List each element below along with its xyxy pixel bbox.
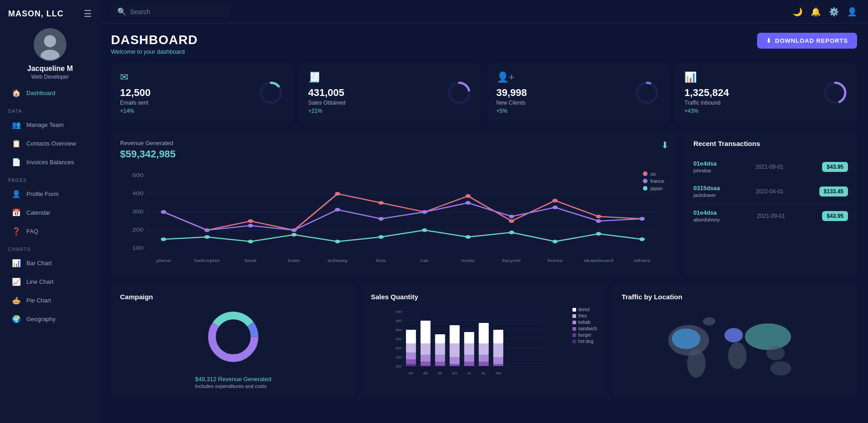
line-chart-icon: 📈: [12, 277, 21, 286]
svg-point-62: [378, 235, 384, 239]
sidebar-item-manage-team[interactable]: 👥 Manage Team: [4, 116, 96, 133]
sidebar-item-label: Manage Team: [26, 121, 64, 128]
svg-point-127: [728, 342, 747, 369]
svg-point-47: [248, 224, 253, 227]
svg-point-65: [509, 231, 514, 234]
tx-id: 0315dsaa: [693, 185, 720, 191]
svg-text:250: 250: [395, 337, 401, 341]
globe-icon: 🌍: [12, 315, 21, 323]
sales-value: 431,005: [308, 87, 346, 99]
svg-point-46: [204, 228, 210, 232]
svg-rect-100: [449, 343, 459, 357]
stat-card-traffic: 📊 1,325,824 Traffic Inbound +43%: [675, 63, 857, 122]
tx-id: 01e4dsa: [693, 160, 717, 167]
pie-chart-icon: 🥧: [12, 296, 21, 305]
svg-point-42: [552, 199, 558, 202]
sales-change: +21%: [308, 108, 346, 114]
people-icon: 👥: [12, 121, 21, 129]
svg-text:AD: AD: [408, 371, 413, 375]
menu-icon[interactable]: ☰: [84, 8, 92, 19]
svg-rect-108: [478, 343, 488, 355]
user-icon[interactable]: 👤: [847, 7, 857, 17]
middle-row: Revenue Generated $59,342,985 ⬇ 500: [111, 131, 857, 276]
svg-rect-89: [406, 359, 416, 364]
svg-text:boat: boat: [245, 258, 257, 263]
sidebar-item-label: Invoices Balances: [26, 159, 74, 166]
transactions-title: Recent Transactions: [693, 140, 848, 147]
svg-point-129: [767, 346, 785, 361]
tx-name: aberdohnny: [693, 217, 720, 222]
sidebar-item-faq[interactable]: ❓ FAQ: [4, 223, 96, 240]
legend-france-label: france: [650, 178, 664, 184]
revenue-card: Revenue Generated $59,342,985 ⬇ 500: [111, 131, 678, 276]
transactions-list: 01e4dsa johndoe 2021-09-01 $43.95 0315ds…: [693, 155, 848, 228]
search-icon: 🔍: [117, 7, 126, 16]
tx-date: 2021-09-01: [757, 213, 785, 219]
tx-amount: $43.95: [822, 162, 848, 172]
legend-us: us: [643, 171, 664, 176]
transaction-item: 0315dsaa jackdower 2022-04-01 $133.45: [693, 179, 848, 204]
svg-point-35: [248, 219, 253, 223]
svg-point-1: [44, 35, 56, 47]
sales-ring: [447, 80, 472, 106]
svg-point-63: [422, 228, 427, 232]
person-icon: 👤: [12, 190, 21, 198]
clients-ring: [634, 80, 660, 106]
revenue-legend: us france japan: [643, 171, 664, 191]
svg-point-7: [637, 83, 657, 103]
legend-hotdog: hot dog: [572, 339, 597, 344]
sales-title: Sales Quantity: [371, 293, 597, 301]
theme-toggle-icon[interactable]: 🌙: [793, 7, 803, 17]
svg-point-52: [466, 201, 471, 205]
svg-text:bicycle: bicycle: [502, 258, 521, 263]
stat-card-sales: 🧾 431,005 Sales Obtained +21%: [299, 63, 481, 122]
sidebar-item-line-chart[interactable]: 📈 Line Chart: [4, 273, 96, 290]
sidebar-item-label: Dashboard: [26, 90, 55, 96]
notifications-icon[interactable]: 🔔: [811, 7, 821, 17]
traffic-ring: [823, 80, 848, 106]
sidebar-item-geography[interactable]: 🌍 Geography: [4, 311, 96, 327]
svg-rect-114: [493, 364, 503, 366]
sidebar-item-bar-chart[interactable]: 📊 Bar Chart: [4, 255, 96, 272]
svg-rect-113: [493, 357, 503, 364]
sidebar-item-label: FAQ: [26, 228, 38, 235]
svg-point-60: [291, 233, 297, 237]
sidebar-section-pages: PAGES: [0, 171, 100, 185]
svg-text:AM: AM: [495, 371, 501, 375]
svg-rect-96: [435, 343, 445, 355]
svg-point-125: [687, 349, 706, 378]
sidebar-item-dashboard[interactable]: 🏠 Dashboard: [4, 85, 96, 101]
bar-chart-icon: 📊: [12, 259, 21, 267]
emails-value: 12,500: [120, 87, 151, 99]
svg-rect-87: [406, 343, 416, 352]
sidebar-item-invoices-balances[interactable]: 📄 Invoices Balances: [4, 154, 96, 171]
search-box[interactable]: 🔍: [111, 5, 229, 19]
legend-sandwich: sandwich: [572, 326, 597, 331]
svg-point-126: [725, 328, 743, 342]
svg-text:300: 300: [132, 209, 144, 214]
sales-legend: donut fries kebab sandwich burger hot do…: [572, 307, 597, 344]
svg-rect-107: [478, 323, 488, 343]
sidebar-item-calendar[interactable]: 📅 Calendar: [4, 204, 96, 221]
svg-rect-111: [493, 330, 503, 343]
traffic-icon: 📊: [684, 71, 729, 83]
download-reports-button[interactable]: ⬇ DOWNLOAD REPORTS: [757, 33, 857, 49]
legend-donut: donut: [572, 307, 597, 312]
svg-point-41: [509, 219, 514, 223]
svg-point-132: [672, 328, 701, 349]
revenue-download-icon[interactable]: ⬇: [661, 140, 669, 151]
tx-date: 2021-09-01: [756, 164, 783, 170]
clients-icon: 👤+: [497, 71, 527, 83]
search-input[interactable]: [130, 8, 223, 15]
svg-point-49: [335, 208, 340, 212]
map-container: [622, 307, 848, 389]
emails-label: Emails sent: [120, 100, 151, 106]
sidebar-item-contacts-overview[interactable]: 📋 Contacts Overview: [4, 135, 96, 152]
sidebar-item-profile-form[interactable]: 👤 Profile Form: [4, 186, 96, 202]
tx-id: 01e4dsa: [693, 209, 720, 216]
legend-burger: burger: [572, 332, 597, 337]
sidebar-item-pie-chart[interactable]: 🥧 Pie Chart: [4, 292, 96, 309]
avatar: [34, 28, 66, 61]
settings-icon[interactable]: ⚙️: [829, 7, 839, 17]
svg-rect-110: [478, 362, 488, 366]
